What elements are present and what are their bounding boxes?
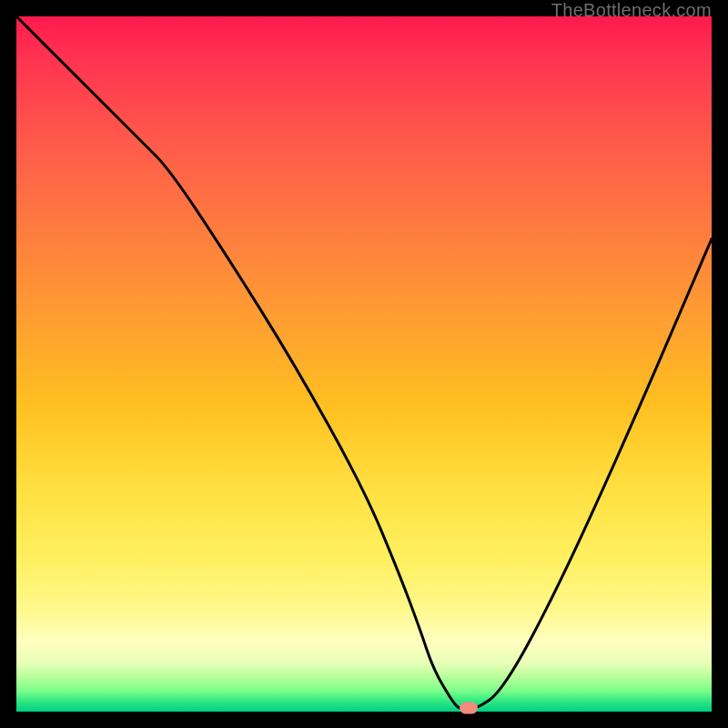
bottleneck-curve: [16, 16, 712, 712]
optimal-marker: [460, 703, 478, 714]
plot-area: [16, 16, 712, 712]
watermark: TheBottleneck.com: [551, 0, 712, 21]
